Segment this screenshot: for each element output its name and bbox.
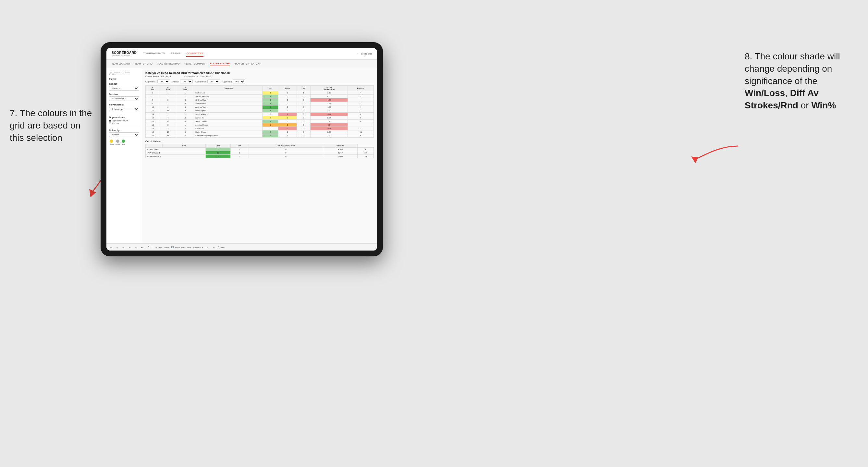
filters-row: Opponents: (All) Region (All) Conference bbox=[145, 80, 374, 84]
toolbar-btn-2[interactable]: ⊞ bbox=[212, 245, 216, 249]
sidebar-gender-select[interactable]: Women's bbox=[109, 86, 139, 91]
sub-nav-team-summary[interactable]: TEAM SUMMARY bbox=[112, 62, 130, 66]
cell-rounds: 4 bbox=[348, 120, 374, 123]
view-icon: ⊡ bbox=[155, 246, 157, 248]
share-label: Share bbox=[219, 246, 224, 248]
filter-opponent-select[interactable]: (All) bbox=[232, 80, 245, 84]
cell-div: 19 bbox=[146, 130, 160, 134]
cell-loss: 2 bbox=[278, 127, 297, 130]
table-row: 11 11 2 Heejo Hyun 1 0 0 3.33 3 bbox=[146, 109, 374, 113]
sidebar-colour-by-select[interactable]: Win/loss bbox=[109, 132, 139, 137]
sidebar-player-rank-select[interactable]: 8. Katelyn Vo bbox=[109, 107, 139, 111]
arrow-right bbox=[689, 143, 741, 169]
cell-reg: 2 bbox=[160, 95, 176, 98]
cell-reg: 6 bbox=[160, 105, 176, 109]
toolbar-cut[interactable]: ✂ bbox=[134, 245, 138, 249]
radio-opponents-played[interactable]: Opponents Played bbox=[109, 120, 139, 122]
cell-reg: 7 bbox=[160, 116, 176, 120]
nav-item-tournaments[interactable]: TOURNAMENTS bbox=[143, 51, 165, 57]
cell-rounds: 2 bbox=[348, 127, 374, 130]
annotation-right-bold1: Win/Loss bbox=[745, 88, 785, 98]
watch-dropdown-icon: ▼ bbox=[202, 246, 204, 248]
cell-diff: 3.33 bbox=[311, 109, 348, 113]
sub-nav-team-h2h-heatmap[interactable]: TEAM H2H HEATMAP bbox=[157, 62, 180, 66]
annotation-right-bold3: Win% bbox=[811, 100, 836, 110]
filter-opponents-select[interactable]: (All) bbox=[157, 80, 170, 84]
out-of-division-table: Win Loss Tie Diff Av Strokes/Rnd Rounds … bbox=[145, 144, 374, 158]
toolbar-save-custom-view[interactable]: 💾 Save Custom View bbox=[171, 246, 191, 248]
cell-reg: 3 bbox=[160, 98, 176, 102]
radio-top-100-label: Top 100 bbox=[112, 122, 119, 124]
col-header-group bbox=[146, 144, 162, 148]
toolbar-share[interactable]: ⤴ Share bbox=[218, 246, 224, 248]
toolbar-view-original[interactable]: ⊡ View: Original bbox=[155, 246, 169, 248]
cell-rounds: 30 bbox=[358, 151, 374, 155]
colour-legend: Down Level Up bbox=[109, 139, 139, 145]
toolbar-undo[interactable]: ↩ bbox=[109, 245, 113, 249]
radio-top-100[interactable]: Top 100 bbox=[109, 122, 139, 124]
toolbar-undo2[interactable]: ↩ bbox=[115, 245, 119, 249]
sub-nav: TEAM SUMMARY TEAM H2H GRID TEAM H2H HEAT… bbox=[106, 60, 377, 68]
filter-conference: Conference (All) bbox=[195, 80, 220, 84]
cell-loss: 1 bbox=[278, 130, 297, 134]
cell-opponent: Andrea York bbox=[194, 105, 262, 109]
toolbar-btn-1[interactable]: ⊡ bbox=[206, 245, 210, 249]
cell-diff: 4.00 bbox=[311, 95, 348, 98]
sidebar-divider-2 bbox=[109, 127, 139, 127]
nav-separator: › bbox=[358, 52, 359, 55]
cell-diff: 7.400 bbox=[323, 155, 358, 158]
col-header-reg: #Reg bbox=[160, 86, 176, 91]
cell-win: 1 bbox=[262, 102, 278, 105]
toolbar-watch[interactable]: 👁 Watch ▼ bbox=[193, 246, 204, 248]
cell-loss: 0 bbox=[278, 105, 297, 109]
sidebar-divider bbox=[109, 114, 139, 114]
filter-region-select[interactable]: (All) bbox=[180, 80, 193, 84]
sub-nav-player-summary[interactable]: PLAYER SUMMARY bbox=[185, 62, 206, 66]
nav-sign-out[interactable]: Sign out bbox=[361, 51, 372, 57]
cell-opponent: Federica Domecq Lacroze bbox=[194, 134, 262, 137]
cell-opponent: Jessica Mason bbox=[194, 123, 262, 127]
cell-win: 1 bbox=[262, 120, 278, 123]
cell-div: 3 bbox=[146, 91, 160, 95]
sidebar-opponent-view-label: Opponent view bbox=[109, 116, 139, 119]
logo-sub-text: Powered by clippd bbox=[112, 55, 136, 57]
filter-conference-select[interactable]: (All) bbox=[207, 80, 220, 84]
table-row: 19 10 6 Emily Chang 4 1 0 0.30 11 bbox=[146, 130, 374, 134]
cell-conf: 1 bbox=[176, 123, 194, 127]
table-row: 18 2 2 Euna Lee 0 2 0 -5.00 2 bbox=[146, 127, 374, 130]
col-header-tie: Tie bbox=[230, 144, 249, 148]
table-row: 20 11 7 Federica Domecq Lacroze 2 1 0 1.… bbox=[146, 134, 374, 137]
cell-rounds: 4 bbox=[348, 105, 374, 109]
content-area: Last Updated: 27/03/2024 16:55:38 Player… bbox=[106, 68, 377, 243]
sidebar-division-select[interactable]: NCAA Division III bbox=[109, 96, 139, 101]
cell-div: 18 bbox=[146, 127, 160, 130]
toolbar-redo[interactable]: ↪ bbox=[121, 245, 126, 249]
cell-win: 2 bbox=[262, 134, 278, 137]
sub-nav-team-h2h-grid[interactable]: TEAM H2H GRID bbox=[135, 62, 153, 66]
cell-conf: 3 bbox=[176, 98, 194, 102]
toolbar-clock[interactable]: ⏱ bbox=[146, 246, 151, 249]
division-record-value: 331 - 34 - 6 bbox=[200, 75, 211, 77]
sub-nav-player-h2h-heatmap[interactable]: PLAYER H2H HEATMAP bbox=[235, 62, 260, 66]
toolbar-dot[interactable]: ••• bbox=[140, 246, 145, 249]
toolbar-grid[interactable]: ⊞ bbox=[127, 245, 132, 249]
cell-loss: 2 bbox=[278, 123, 297, 127]
nav-item-teams[interactable]: TEAMS bbox=[171, 51, 180, 57]
col-header-conf: #Conf bbox=[176, 86, 194, 91]
cell-rounds: 6 bbox=[348, 134, 374, 137]
cell-loss: 1 bbox=[278, 113, 297, 116]
legend-down-dot bbox=[110, 139, 113, 143]
cell-loss: 0 bbox=[230, 148, 249, 151]
cell-opponent: Sharon Mun bbox=[194, 102, 262, 105]
col-header-win: Win bbox=[262, 86, 278, 91]
cell-reg: 8 bbox=[160, 120, 176, 123]
cell-diff: 1.25 bbox=[311, 120, 348, 123]
cell-rounds: 3 bbox=[348, 102, 374, 105]
nav-item-committee[interactable]: COMMITTEE bbox=[186, 51, 204, 57]
cell-rounds: 3 bbox=[348, 95, 374, 98]
cell-diff: 9.267 bbox=[323, 151, 358, 155]
sub-nav-player-h2h-grid[interactable]: PLAYER H2H GRID bbox=[210, 61, 230, 66]
cell-diff: 1.50 bbox=[311, 91, 348, 95]
cell-win: 0 bbox=[262, 127, 278, 130]
cell-loss: 0 bbox=[278, 120, 297, 123]
